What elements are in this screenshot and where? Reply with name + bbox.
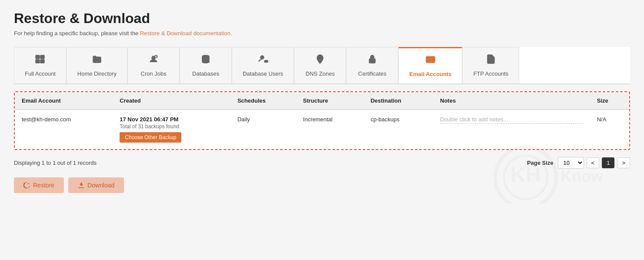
tab-certificates[interactable]: Certificates (346, 47, 398, 83)
cell-email-account: test@kh-demo.com (15, 110, 113, 149)
folder-icon (92, 54, 102, 67)
choose-other-backup-button[interactable]: Choose Other Backup (120, 132, 181, 143)
svg-rect-1 (40, 55, 44, 59)
svg-rect-3 (40, 60, 44, 63)
download-button[interactable]: Download (68, 177, 124, 193)
svg-point-9 (319, 57, 321, 59)
col-notes: Notes (433, 92, 590, 110)
restore-button[interactable]: Restore (14, 177, 64, 193)
tab-home-directory-label: Home Directory (77, 70, 117, 77)
svg-point-7 (260, 56, 264, 59)
records-text: Displaying 1 to 1 out of 1 records (14, 160, 97, 166)
file-icon (486, 54, 496, 67)
clock-user-icon (148, 54, 159, 67)
page-size-label: Page Size (527, 160, 554, 166)
tab-dns-zones[interactable]: DNS Zones (294, 47, 346, 83)
tabs-bar: Full Account Home Directory Cron Jobs (14, 47, 630, 84)
tab-dns-zones-label: DNS Zones (306, 70, 335, 77)
tab-databases[interactable]: Databases (180, 47, 232, 83)
col-created: Created (113, 92, 230, 110)
docs-link[interactable]: Restore & Download documentation. (140, 30, 232, 37)
col-size: Size (590, 92, 629, 110)
svg-rect-10 (369, 59, 375, 63)
svg-rect-0 (36, 55, 40, 59)
table-header-row: Email Account Created Schedules Structur… (15, 92, 629, 110)
download-label: Download (87, 182, 114, 189)
tab-certificates-label: Certificates (358, 70, 387, 77)
notes-input[interactable]: Double click to add notes... (440, 116, 583, 124)
tab-email-accounts-label: Email Accounts (409, 71, 451, 77)
knownhost-logo: KH KnownHost (491, 143, 604, 203)
table-row: test@kh-demo.com 17 Nov 2021 06:47 PM To… (15, 110, 629, 149)
page-size-select[interactable]: 10 25 50 100 (558, 157, 584, 169)
col-destination: Destination (364, 92, 433, 110)
restore-icon (23, 182, 30, 189)
tab-cron-jobs-label: Cron Jobs (141, 70, 167, 77)
created-sub: Total of 31 backups found (120, 123, 224, 130)
page-wrapper: Restore & Download For help finding a sp… (0, 0, 644, 203)
page-subtitle: For help finding a specific backup, plea… (14, 30, 630, 37)
tab-ftp-accounts[interactable]: FTP Accounts (462, 47, 519, 83)
prev-page-button[interactable]: < (587, 157, 600, 168)
pagination-row: Displaying 1 to 1 out of 1 records Page … (14, 157, 630, 169)
action-buttons: Restore Download KH KnownHost (14, 177, 630, 193)
envelope-icon (425, 54, 436, 67)
svg-rect-2 (36, 60, 40, 63)
svg-point-12 (495, 147, 556, 203)
svg-text:KnownHost: KnownHost (561, 167, 604, 185)
next-page-button[interactable]: > (617, 157, 630, 168)
col-structure: Structure (296, 92, 364, 110)
restore-label: Restore (33, 182, 54, 189)
cell-schedules: Daily (230, 110, 296, 149)
tab-full-account[interactable]: Full Account (14, 47, 67, 83)
created-date: 17 Nov 2021 06:47 PM (120, 116, 224, 123)
tab-full-account-label: Full Account (25, 70, 56, 77)
database-icon (200, 54, 211, 67)
col-schedules: Schedules (230, 92, 296, 110)
map-pin-icon (315, 54, 325, 67)
cell-notes[interactable]: Double click to add notes... (433, 110, 590, 149)
tab-cron-jobs[interactable]: Cron Jobs (127, 47, 180, 83)
col-email-account: Email Account (15, 92, 113, 110)
tab-database-users[interactable]: Database Users (232, 47, 294, 83)
tab-email-accounts[interactable]: Email Accounts (398, 47, 462, 83)
subtitle-text: For help finding a specific backup, plea… (14, 30, 138, 37)
cell-created: 17 Nov 2021 06:47 PM Total of 31 backups… (113, 110, 230, 149)
lock-icon (367, 54, 377, 67)
cell-destination: cp-backups (364, 110, 433, 149)
download-icon (78, 182, 85, 189)
tab-database-users-label: Database Users (243, 70, 283, 77)
watermark: KH KnownHost (491, 143, 604, 203)
backup-table: Email Account Created Schedules Structur… (15, 92, 629, 149)
backup-table-container: Email Account Created Schedules Structur… (14, 91, 630, 150)
cell-size: N/A (590, 110, 629, 149)
user-db-icon (258, 54, 268, 67)
tab-ftp-accounts-label: FTP Accounts (473, 70, 508, 77)
tab-databases-label: Databases (192, 70, 219, 77)
current-page-button[interactable]: 1 (602, 157, 614, 168)
cell-structure: Incremental (296, 110, 364, 149)
pagination-controls: Page Size 10 25 50 100 < 1 > (527, 157, 630, 169)
boxes-icon (35, 54, 45, 67)
page-title: Restore & Download (14, 10, 630, 27)
tab-home-directory[interactable]: Home Directory (67, 47, 127, 83)
